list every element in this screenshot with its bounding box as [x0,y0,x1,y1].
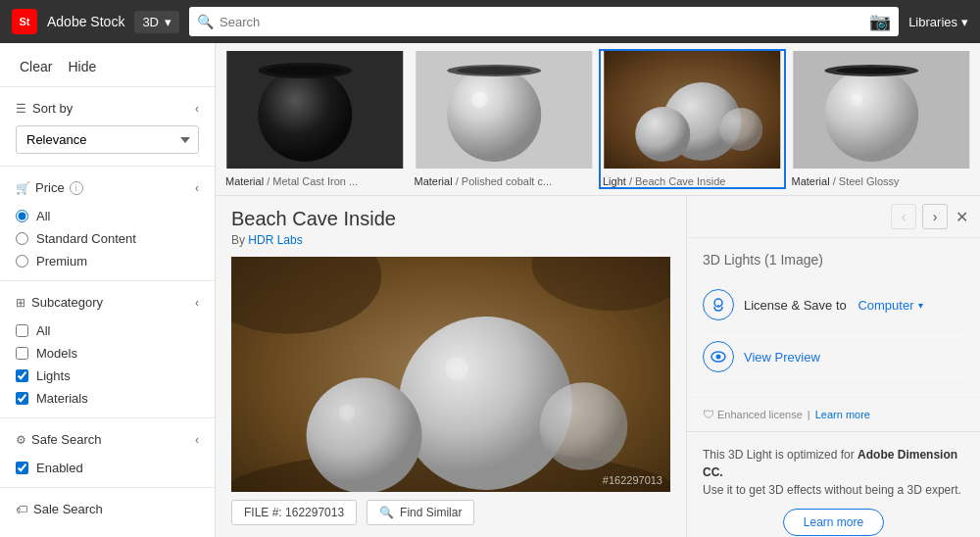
search-bar: 🔍 📷 [189,7,899,36]
thumbnail-steel[interactable]: Material / Steel Glossy [790,51,973,187]
learn-more-button[interactable]: Learn more [783,509,884,536]
svg-point-5 [447,68,541,162]
camera-button[interactable]: 📷 [869,11,891,32]
price-all-option[interactable]: All [16,209,199,223]
detail-actions: FILE #: 162297013 🔍 Find Similar [231,492,670,525]
license-action-text: License & Save to Computer ▾ [744,298,923,313]
cart-icon: 🛒 [16,181,30,195]
learn-more-link[interactable]: Learn more [815,409,870,420]
sort-chevron-icon: ‹ [195,102,199,116]
gear-icon: ⚙ [16,433,26,447]
svg-point-26 [339,405,356,421]
subcategory-materials[interactable]: Materials [16,391,199,406]
search-icon: 🔍 [197,14,214,29]
close-button[interactable]: ✕ [954,206,970,228]
thumb-steel-label: Material / Steel Glossy [790,175,973,187]
svg-point-11 [635,107,690,162]
preview-icon [703,341,734,372]
adobe-logo: St [12,9,37,34]
sort-by-select[interactable]: Relevance [16,125,199,154]
subcategory-models[interactable]: Models [16,346,199,361]
sidebar-actions: Clear Hide [0,43,215,87]
price-header[interactable]: 🛒 Price i ‹ [0,167,215,205]
thumb-chrome-image [413,51,596,169]
next-button[interactable]: › [922,204,948,229]
shield-icon: 🛡 [703,408,714,421]
svg-point-16 [836,68,906,74]
svg-point-25 [445,357,468,380]
preview-action-row: View Preview [703,331,964,383]
main-layout: Clear Hide ☰ Sort by ‹ Relevance � [0,43,980,537]
license-info: 🛡 Enhanced license | Learn more [687,397,980,431]
thumb-chrome-label: Material / Polished cobalt c... [413,175,596,187]
price-standard-option[interactable]: Standard Content [16,231,199,246]
preview-action-text[interactable]: View Preview [744,350,820,365]
product-type: 3D Lights (1 Image) [703,252,964,268]
thumbnail-chrome[interactable]: Material / Polished cobalt c... [413,51,596,187]
content-area: Material / Metal Cast Iron ... [216,43,980,537]
sort-icon: ☰ [16,102,26,116]
subcategory-lights[interactable]: Lights [16,368,199,383]
svg-point-17 [851,94,862,106]
thumbnail-metal[interactable]: Material / Metal Cast Iron ... [223,51,407,187]
safe-search-options: Enabled [0,457,215,487]
safe-search-enabled[interactable]: Enabled [16,461,199,475]
subcategory-checkbox-group: All Models Lights Materials [0,319,215,417]
safe-search-section: ⚙ Safe Search ‹ Enabled [0,418,215,488]
type-selector[interactable]: 3D ▾ [134,11,179,33]
svg-point-12 [719,108,762,151]
thumb-steel-image [790,51,973,169]
price-info-icon: i [70,181,83,195]
sale-icon: 🏷 [16,503,27,516]
hide-button[interactable]: Hide [68,59,96,74]
svg-point-22 [399,317,572,490]
svg-point-24 [540,382,628,470]
price-radio-group: All Standard Content Premium [0,205,215,280]
detail-right: ‹ › ✕ 3D Lights (1 Image) [686,196,980,537]
topbar: St Adobe Stock 3D ▾ 🔍 📷 Libraries ▾ [0,0,980,43]
sidebar: Clear Hide ☰ Sort by ‹ Relevance � [0,43,216,537]
clear-button[interactable]: Clear [20,59,52,74]
sort-by-header[interactable]: ☰ Sort by ‹ [0,87,215,125]
detail-image-id: #162297013 [603,474,662,486]
subcategory-header[interactable]: ⊞ Subcategory ‹ [0,281,215,319]
svg-point-1 [258,68,352,162]
svg-point-8 [471,92,487,108]
sort-by-section: ☰ Sort by ‹ Relevance [0,87,215,167]
license-icon [703,289,734,320]
detail-image-container: #162297013 [231,257,670,492]
grid-icon: ⊞ [16,296,25,310]
nav-strip: ‹ › ✕ [687,196,980,238]
detail-author: By HDR Labs [231,233,670,247]
price-premium-option[interactable]: Premium [16,254,199,268]
thumb-cave-image [601,51,784,169]
detail-title: Beach Cave Inside [231,208,670,230]
prev-button[interactable]: ‹ [891,204,916,229]
license-dropdown-icon[interactable]: ▾ [918,300,923,311]
find-similar-button[interactable]: 🔍 Find Similar [367,500,474,525]
price-section: 🛒 Price i ‹ All Standard Content Premium [0,167,215,281]
sale-search-section: 🏷 Sale Search [0,488,215,534]
svg-point-7 [457,67,531,74]
app-name: Adobe Stock [47,14,124,29]
sort-by-body: Relevance [0,125,215,166]
libraries-button[interactable]: Libraries ▾ [908,15,968,29]
svg-point-3 [266,66,344,75]
detail-author-link[interactable]: HDR Labs [248,233,302,247]
enhanced-badge: 🛡 Enhanced license [703,408,803,421]
safe-search-header[interactable]: ⚙ Safe Search ‹ [0,418,215,457]
subcategory-all[interactable]: All [16,323,199,338]
license-target[interactable]: Computer [858,298,913,313]
sale-search-header[interactable]: 🏷 Sale Search [16,502,199,524]
thumb-metal-label: Material / Metal Cast Iron ... [223,175,407,187]
license-action-row: License & Save to Computer ▾ [703,279,964,331]
search-input[interactable] [220,15,863,29]
search-similar-icon: 🔍 [379,506,394,519]
right-content: 3D Lights (1 Image) [687,238,980,397]
thumbnail-cave[interactable]: Light / Beach Cave Inside [601,51,784,187]
svg-point-30 [716,355,721,360]
file-number: FILE #: 162297013 [231,500,357,525]
thumb-metal-image [223,51,407,169]
thumbnail-grid: Material / Metal Cast Iron ... [216,43,980,196]
subcategory-section: ⊞ Subcategory ‹ All Models Lights Materi… [0,281,215,418]
